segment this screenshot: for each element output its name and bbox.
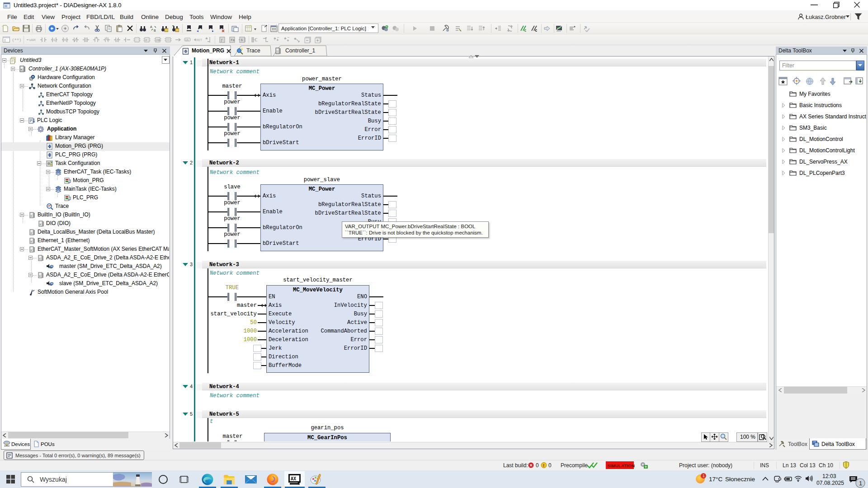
svg-text:RET: RET: [196, 38, 202, 42]
svg-text:AX: AX: [291, 476, 296, 481]
svg-text:A: A: [150, 25, 152, 28]
svg-text:VAR: VAR: [29, 38, 36, 42]
svg-text:S: S: [53, 38, 56, 42]
svg-text:LIL: LIL: [185, 38, 189, 41]
svg-text:c: c: [524, 28, 526, 32]
svg-text:1: 1: [859, 480, 862, 487]
svg-text:F: F: [146, 39, 147, 42]
svg-text:R: R: [64, 38, 66, 42]
svg-text:Fa: Fa: [231, 38, 235, 42]
svg-text:1: 1: [703, 474, 705, 478]
svg-text:!: !: [543, 463, 544, 468]
svg-text:ƒ: ƒ: [221, 38, 223, 42]
svg-text:B: B: [154, 29, 156, 32]
svg-text:FB: FB: [156, 39, 160, 42]
svg-text:c: c: [535, 28, 537, 32]
svg-text:(**): (**): [12, 38, 22, 42]
svg-text:S: S: [241, 38, 243, 42]
